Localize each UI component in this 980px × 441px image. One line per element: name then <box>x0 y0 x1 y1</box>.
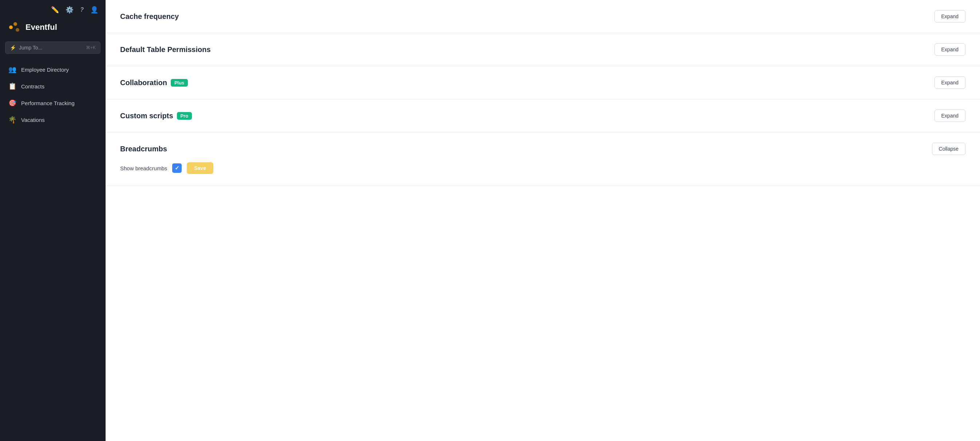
svg-point-2 <box>16 28 19 32</box>
jump-to-label: Jump To... <box>19 45 42 51</box>
sidebar-item-label: Vacations <box>21 117 45 123</box>
breadcrumbs-save-button[interactable]: Save <box>187 162 213 174</box>
default-table-permissions-title: Default Table Permissions <box>120 46 211 54</box>
show-breadcrumbs-label: Show breadcrumbs <box>120 165 167 171</box>
custom-scripts-expand-button[interactable]: Expand <box>934 109 966 122</box>
default-table-permissions-expand-button[interactable]: Expand <box>934 43 966 56</box>
jump-to-button[interactable]: ⚡ Jump To... ⌘+K <box>5 41 100 54</box>
breadcrumbs-content: Show breadcrumbs Save <box>120 162 966 174</box>
custom-scripts-title: Custom scripts Pro <box>120 112 192 120</box>
show-breadcrumbs-row: Show breadcrumbs Save <box>120 162 966 174</box>
edit-icon[interactable]: ✏️ <box>51 6 59 14</box>
breadcrumbs-section: Breadcrumbs Collapse Show breadcrumbs Sa… <box>106 132 980 186</box>
pro-badge: Pro <box>177 112 192 120</box>
sidebar-navigation: 👥 Employee Directory 📋 Contracts 🎯 Perfo… <box>0 61 106 128</box>
collaboration-title: Collaboration Plus <box>120 79 188 87</box>
breadcrumbs-header: Breadcrumbs Collapse <box>120 143 966 155</box>
sidebar-top-bar: ✏️ ⚙️ ? 👤 <box>0 0 106 17</box>
sidebar-item-label: Contracts <box>21 83 45 89</box>
vacations-icon: 🌴 <box>8 116 17 124</box>
contracts-icon: 📋 <box>8 82 17 90</box>
jump-to-shortcut: ⌘+K <box>86 45 96 50</box>
collaboration-header: Collaboration Plus Expand <box>120 76 966 89</box>
breadcrumbs-title: Breadcrumbs <box>120 145 167 153</box>
default-table-permissions-section: Default Table Permissions Expand <box>106 33 980 66</box>
sidebar-item-contracts[interactable]: 📋 Contracts <box>3 78 103 95</box>
sidebar-item-label: Employee Directory <box>21 67 69 73</box>
plus-badge: Plus <box>171 79 188 87</box>
sidebar-item-vacations[interactable]: 🌴 Vacations <box>3 111 103 128</box>
lightning-icon: ⚡ <box>10 45 16 51</box>
logo-svg-icon <box>7 21 21 34</box>
custom-scripts-section: Custom scripts Pro Expand <box>106 99 980 132</box>
help-icon[interactable]: ? <box>80 6 84 13</box>
settings-panel: Cache frequency Expand Default Table Per… <box>106 0 980 441</box>
svg-point-0 <box>9 25 13 29</box>
custom-scripts-header: Custom scripts Pro Expand <box>120 109 966 122</box>
default-table-permissions-header: Default Table Permissions Expand <box>120 43 966 56</box>
breadcrumbs-collapse-button[interactable]: Collapse <box>932 143 966 155</box>
performance-icon: 🎯 <box>8 99 17 107</box>
user-icon[interactable]: 👤 <box>90 6 98 14</box>
employee-directory-icon: 👥 <box>8 65 17 73</box>
cache-frequency-expand-button[interactable]: Expand <box>934 10 966 22</box>
cache-frequency-title: Cache frequency <box>120 13 179 21</box>
collaboration-section: Collaboration Plus Expand <box>106 66 980 99</box>
sidebar-item-label: Performance Tracking <box>21 100 75 106</box>
sidebar: ✏️ ⚙️ ? 👤 Eventful ⚡ Jump To... ⌘+K 👥 Em… <box>0 0 106 441</box>
collaboration-expand-button[interactable]: Expand <box>934 76 966 89</box>
cache-frequency-section: Cache frequency Expand <box>106 0 980 33</box>
svg-point-1 <box>13 22 17 26</box>
sidebar-logo: Eventful <box>0 17 106 41</box>
main-content: Cache frequency Expand Default Table Per… <box>106 0 980 441</box>
sidebar-item-employee-directory[interactable]: 👥 Employee Directory <box>3 61 103 78</box>
gear-icon[interactable]: ⚙️ <box>65 6 73 14</box>
show-breadcrumbs-checkbox[interactable] <box>172 163 181 173</box>
cache-frequency-header: Cache frequency Expand <box>120 10 966 22</box>
sidebar-item-performance-tracking[interactable]: 🎯 Performance Tracking <box>3 95 103 111</box>
logo-text: Eventful <box>25 22 57 32</box>
